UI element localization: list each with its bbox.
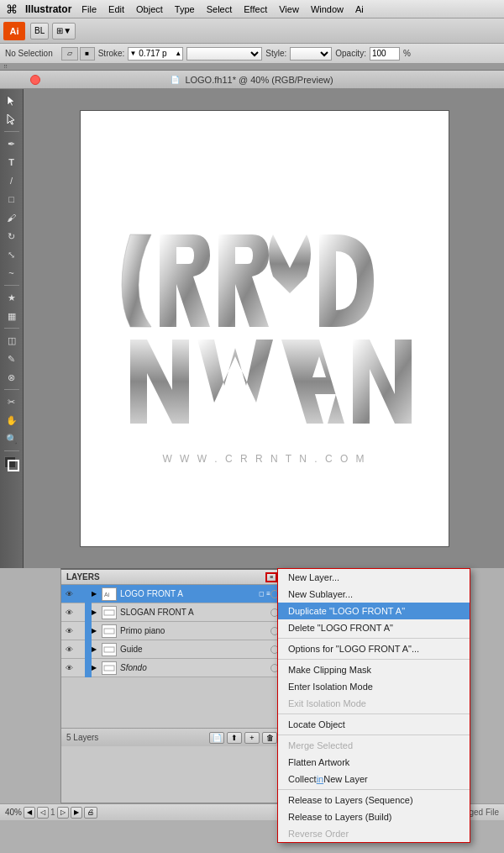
fill-icon[interactable]: ■ (80, 47, 95, 61)
menu-ai[interactable]: Ai (350, 3, 369, 15)
prev-page-button[interactable]: ◀ (24, 807, 35, 819)
layer-color-guide (85, 640, 92, 659)
menu-duplicate[interactable]: Duplicate "LOGO FRONT A" (278, 603, 470, 619)
app-name[interactable]: Illustrator (25, 3, 71, 15)
tool-rect[interactable]: □ (3, 191, 21, 208)
tool-pen[interactable]: ✒ (3, 135, 21, 152)
layer-row-guide[interactable]: 👁 ▶ Guide (61, 640, 282, 659)
tool-symbol[interactable]: ★ (3, 289, 21, 306)
layer-lock-sfondo[interactable] (75, 663, 85, 673)
menu-release-build[interactable]: Release to Layers (Build) (278, 808, 470, 825)
menu-exit-isolation[interactable]: Exit Isolation Mode (278, 695, 470, 712)
layers-panel: LAYERS ≡ 👁 ▶ Ai LOGO FRONT A ◻ ≡ 👁 (60, 568, 283, 803)
print-button[interactable]: 🖨 (84, 807, 97, 819)
tool-zoom[interactable]: 🔍 (3, 430, 21, 447)
context-menu: New Layer... New Sublayer... Duplicate "… (277, 568, 470, 843)
layers-menu-button[interactable]: ≡ (265, 572, 277, 582)
first-page-button[interactable]: ◁ (37, 807, 49, 819)
menu-file[interactable]: File (76, 3, 102, 15)
menu-reverse-order[interactable]: Reverse Order (278, 825, 470, 842)
tool-graph[interactable]: ▦ (3, 308, 21, 324)
layer-visibility-logo-front-a[interactable]: 👁 (63, 588, 75, 600)
menu-delete[interactable]: Delete "LOGO FRONT A" (278, 619, 470, 636)
tool-blend[interactable]: ⊗ (3, 369, 21, 386)
style-dropdown[interactable] (290, 47, 332, 61)
menu-window[interactable]: Window (306, 3, 349, 15)
document-title: LOGO.fh11* @ 40% (RGB/Preview) (185, 75, 333, 85)
layer-thumbnail-sfondo (102, 661, 117, 675)
layers-empty-area (61, 677, 282, 728)
new-sublayer-button[interactable]: + (244, 732, 260, 744)
menu-make-clipping[interactable]: Make Clipping Mask (278, 661, 470, 678)
tool-scissors[interactable]: ✂ (3, 393, 21, 410)
menu-edit[interactable]: Edit (103, 3, 129, 15)
layer-visibility-guide[interactable]: 👁 (63, 644, 75, 656)
menu-options[interactable]: Options for "LOGO FRONT A"... (278, 640, 470, 657)
stroke-icon[interactable]: ▱ (61, 47, 78, 61)
layer-thumbnail-guide (102, 643, 117, 656)
layer-visibility-primo[interactable]: 👁 (63, 625, 75, 637)
layer-lock-slogan[interactable] (75, 608, 85, 618)
menu-merge-selected[interactable]: Merge Selected (278, 737, 470, 754)
stroke-box[interactable] (8, 460, 19, 471)
menu-release-sequence[interactable]: Release to Layers (Sequence) (278, 792, 470, 808)
layer-visibility-slogan[interactable]: 👁 (63, 607, 75, 619)
menu-view[interactable]: View (274, 3, 304, 15)
layer-row-slogan[interactable]: 👁 ▶ SLOGAN FRONT A (61, 603, 282, 622)
tool-brush[interactable]: 🖌 (3, 209, 21, 226)
options-bar: No Selection ▱ ■ Stroke: ▼ ▲ Style: Opac… (0, 44, 504, 64)
move-selection-button[interactable]: ⬆ (227, 732, 242, 744)
layer-visibility-sfondo[interactable]: 👁 (63, 662, 75, 674)
divider-1 (4, 131, 19, 132)
tool-warp[interactable]: ~ (3, 265, 21, 282)
menu-collect-in-layer[interactable]: Collect in New Layer (278, 771, 470, 787)
toolbar-btn-bl[interactable]: BL (30, 23, 49, 39)
tool-eyedropper[interactable]: ✎ (3, 350, 21, 367)
menu-object[interactable]: Object (131, 3, 168, 15)
menu-enter-isolation[interactable]: Enter Isolation Mode (278, 678, 470, 695)
menu-flatten[interactable]: Flatten Artwork (278, 754, 470, 771)
tool-type[interactable]: T (3, 154, 21, 171)
tool-hand[interactable]: ✋ (3, 412, 21, 429)
layer-row-primo[interactable]: 👁 ▶ Primo piano (61, 622, 282, 640)
canvas-area: W W W . C R R N T N . C O M (38, 89, 491, 568)
delete-layer-button[interactable]: 🗑 (262, 732, 277, 744)
layer-lock-guide[interactable] (75, 645, 85, 655)
ai-logo: Ai (3, 22, 25, 40)
tool-direct-select[interactable] (3, 111, 21, 128)
stroke-dropdown[interactable] (186, 47, 262, 61)
stroke-input[interactable] (137, 48, 174, 60)
layer-lock-logo-front-a[interactable] (75, 589, 85, 599)
opacity-label: Opacity: (335, 49, 366, 58)
new-layer-button[interactable]: 📄 (209, 732, 224, 744)
layer-expand-slogan[interactable]: ▶ (92, 608, 100, 616)
layer-row-logo-front-a[interactable]: 👁 ▶ Ai LOGO FRONT A ◻ ≡ (61, 585, 282, 603)
next-page-button[interactable]: ▷ (57, 807, 69, 819)
close-button[interactable] (30, 75, 40, 85)
page-number: 1 (50, 808, 55, 817)
layer-color-logo-front-a (85, 585, 92, 603)
tool-gradient[interactable]: ◫ (3, 332, 21, 349)
apple-menu[interactable]: ⌘ (3, 3, 20, 16)
layer-expand-primo[interactable]: ▶ (92, 627, 100, 634)
stroke-up[interactable]: ▲ (174, 50, 182, 57)
stroke-down[interactable]: ▼ (129, 50, 137, 57)
menu-effect[interactable]: Effect (239, 3, 272, 15)
layer-row-sfondo[interactable]: 👁 ▶ Sfondo (61, 659, 282, 677)
opacity-input[interactable] (370, 47, 400, 61)
menu-type[interactable]: Type (170, 3, 200, 15)
tool-line[interactable]: / (3, 172, 21, 189)
toolbar-btn-grid[interactable]: ⊞▼ (52, 23, 76, 39)
menu-new-sublayer[interactable]: New Sublayer... (278, 586, 470, 603)
layer-expand-guide[interactable]: ▶ (92, 645, 100, 653)
tool-scale[interactable]: ⤡ (3, 246, 21, 263)
layer-expand-logo-front-a[interactable]: ▶ (92, 590, 100, 598)
tool-select[interactable] (3, 92, 21, 109)
layer-expand-sfondo[interactable]: ▶ (92, 664, 100, 671)
menu-new-layer[interactable]: New Layer... (278, 569, 470, 586)
menu-locate-object[interactable]: Locate Object (278, 716, 470, 733)
layer-lock-primo[interactable] (75, 626, 85, 636)
tool-rotate[interactable]: ↻ (3, 228, 21, 245)
last-page-button[interactable]: ▶ (71, 807, 82, 819)
menu-select[interactable]: Select (202, 3, 238, 15)
